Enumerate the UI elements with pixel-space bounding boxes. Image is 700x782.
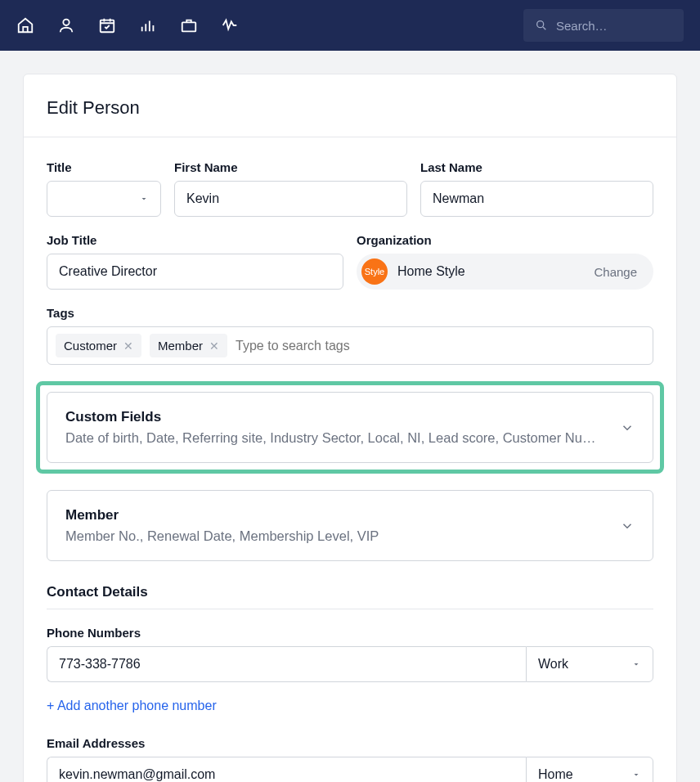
svg-point-3 (537, 21, 544, 28)
member-accordion[interactable]: Member Member No., Renewal Date, Members… (47, 490, 653, 561)
contact-details-title: Contact Details (47, 584, 653, 609)
chevron-down-icon (620, 420, 635, 435)
first-name-label: First Name (174, 160, 407, 174)
phone-type-value: Work (538, 657, 568, 672)
person-icon[interactable] (57, 16, 75, 34)
edit-card: Edit Person Title First Name Last Name (23, 74, 677, 782)
card-body: Title First Name Last Name Job Title (24, 137, 676, 782)
tag-item: Member ✕ (150, 334, 227, 357)
organization-label: Organization (357, 233, 653, 247)
svg-rect-1 (101, 20, 114, 33)
chevron-down-icon (139, 194, 149, 204)
last-name-input[interactable] (420, 181, 653, 217)
highlighted-section: Custom Fields Date of birth, Date, Refer… (36, 381, 664, 474)
chevron-down-icon (620, 519, 635, 533)
tags-label: Tags (47, 306, 653, 320)
email-input[interactable] (47, 757, 526, 782)
custom-fields-accordion[interactable]: Custom Fields Date of birth, Date, Refer… (47, 392, 653, 463)
member-subtitle: Member No., Renewal Date, Membership Lev… (65, 528, 607, 544)
tag-remove-icon[interactable]: ✕ (209, 339, 219, 353)
job-title-label: Job Title (47, 233, 343, 247)
chevron-down-icon (631, 659, 641, 669)
org-avatar: Style (361, 258, 388, 285)
tag-text: Member (158, 339, 203, 353)
phone-type-select[interactable]: Work (526, 646, 653, 682)
tag-item: Customer ✕ (56, 334, 141, 357)
page-title: Edit Person (47, 97, 653, 119)
email-label: Email Addresses (47, 736, 653, 750)
last-name-label: Last Name (420, 160, 653, 174)
tag-text: Customer (64, 339, 117, 353)
add-phone-link[interactable]: + Add another phone number (47, 699, 217, 713)
tags-input[interactable] (236, 339, 644, 353)
home-icon[interactable] (16, 16, 34, 34)
briefcase-icon[interactable] (180, 16, 198, 34)
nav-icons (16, 16, 239, 34)
calendar-check-icon[interactable] (98, 16, 116, 34)
topbar (0, 0, 700, 51)
custom-fields-title: Custom Fields (65, 409, 607, 425)
job-title-input[interactable] (47, 254, 343, 290)
organization-chip: Style Home Style Change (357, 254, 653, 290)
title-label: Title (47, 160, 161, 174)
svg-point-0 (63, 20, 69, 25)
tags-box[interactable]: Customer ✕ Member ✕ (47, 326, 653, 365)
bars-icon[interactable] (139, 16, 157, 34)
activity-icon[interactable] (221, 16, 239, 34)
email-type-select[interactable]: Home (526, 757, 653, 782)
search-icon (535, 19, 548, 32)
tag-remove-icon[interactable]: ✕ (123, 339, 133, 353)
title-select[interactable] (47, 181, 161, 217)
member-title: Member (65, 507, 607, 524)
search-box[interactable] (523, 9, 684, 42)
svg-rect-2 (182, 22, 196, 31)
phone-input[interactable] (47, 646, 526, 682)
search-input[interactable] (556, 19, 672, 33)
phone-label: Phone Numbers (47, 626, 653, 640)
card-header: Edit Person (24, 74, 676, 137)
org-name: Home Style (397, 264, 584, 279)
chevron-down-icon (631, 770, 641, 780)
email-type-value: Home (538, 767, 573, 782)
first-name-input[interactable] (174, 181, 407, 217)
org-change-button[interactable]: Change (594, 265, 637, 279)
custom-fields-subtitle: Date of birth, Date, Referring site, Ind… (65, 430, 607, 446)
